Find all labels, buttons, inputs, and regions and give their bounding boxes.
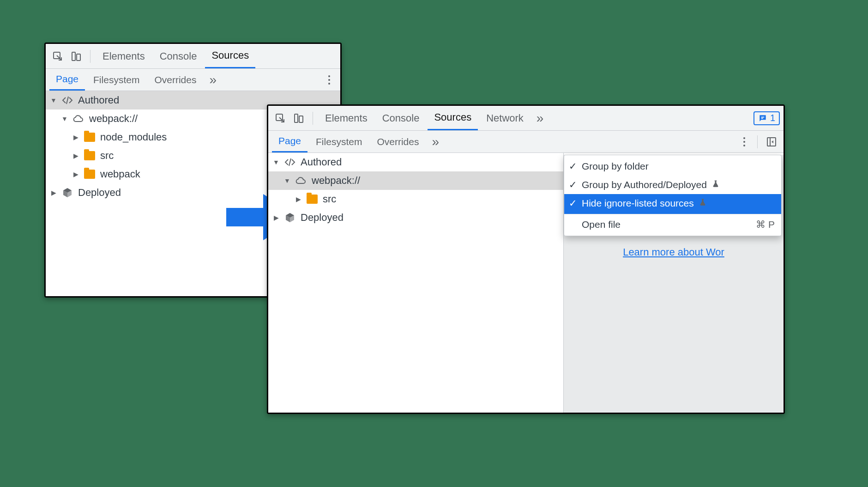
check-icon: ✓ [569, 198, 577, 209]
kebab-menu-icon[interactable] [325, 75, 334, 85]
flask-icon [699, 198, 707, 209]
menu-label: Hide ignore-listed sources [582, 198, 694, 209]
svg-rect-7 [761, 118, 763, 119]
menu-label: Group by folder [582, 161, 649, 172]
tree-webpack-scheme[interactable]: webpack:// [268, 171, 563, 190]
feedback-icon [758, 114, 767, 123]
expand-arrow-icon[interactable] [61, 115, 68, 122]
svg-rect-6 [761, 116, 765, 117]
menu-label: Group by Authored/Deployed [582, 179, 707, 190]
inspect-icon[interactable] [49, 48, 66, 65]
sources-sub-toolbar: Page Filesystem Overrides » [268, 131, 784, 153]
subtab-overrides[interactable]: Overrides [370, 131, 425, 152]
tab-console[interactable]: Console [376, 106, 426, 130]
device-toggle-icon[interactable] [290, 110, 307, 127]
tree-label: Authored [78, 94, 119, 106]
main-toolbar: Elements Console Sources [46, 44, 340, 69]
tree-label: webpack:// [89, 113, 138, 125]
check-icon: ✓ [569, 161, 577, 172]
shortcut: ⌘ P [756, 219, 775, 230]
kebab-menu-icon[interactable] [740, 137, 749, 146]
separator [757, 135, 758, 148]
cube-icon [284, 212, 296, 224]
tree-label: src [100, 150, 114, 162]
subtab-overrides[interactable]: Overrides [148, 69, 203, 91]
expand-arrow-icon[interactable] [72, 152, 79, 159]
svg-rect-5 [299, 116, 303, 122]
tree-src[interactable]: src [268, 190, 563, 208]
cloud-icon [72, 113, 84, 125]
expand-arrow-icon[interactable] [273, 214, 279, 221]
device-toggle-icon[interactable] [68, 48, 84, 65]
tree-label: Authored [301, 156, 342, 168]
subtab-page[interactable]: Page [272, 131, 307, 152]
tab-elements[interactable]: Elements [319, 106, 374, 130]
cloud-icon [295, 175, 307, 187]
check-icon: ✓ [569, 179, 577, 190]
subtab-filesystem[interactable]: Filesystem [87, 69, 146, 91]
menu-open-file[interactable]: Open file ⌘ P [564, 215, 781, 234]
tree-deployed[interactable]: Deployed [268, 208, 563, 227]
svg-rect-4 [295, 114, 298, 122]
tree-authored[interactable]: Authored [268, 153, 563, 171]
menu-hide-ignore-listed[interactable]: ✓ Hide ignore-listed sources [564, 194, 781, 214]
cube-icon [61, 187, 73, 199]
tab-sources[interactable]: Sources [428, 106, 478, 130]
expand-arrow-icon[interactable] [284, 177, 290, 184]
file-tree: Authored webpack:// src Deployed [268, 153, 564, 413]
menu-group-by-folder[interactable]: ✓ Group by folder [564, 157, 781, 176]
tree-label: Deployed [78, 187, 121, 199]
folder-icon [84, 170, 95, 179]
tree-label: node_modules [100, 131, 167, 143]
issues-count: 1 [770, 113, 775, 123]
separator [90, 50, 90, 63]
sources-sub-toolbar: Page Filesystem Overrides » [46, 69, 340, 91]
expand-arrow-icon[interactable] [72, 134, 79, 141]
code-icon [61, 94, 73, 106]
expand-arrow-icon[interactable] [50, 97, 57, 104]
main-toolbar: Elements Console Sources Network » 1 [268, 106, 784, 131]
separator [313, 112, 313, 125]
tab-network[interactable]: Network [480, 106, 530, 130]
learn-more-link[interactable]: Learn more about Wor [564, 246, 784, 258]
collapse-sidebar-icon[interactable] [763, 134, 780, 150]
expand-arrow-icon[interactable] [50, 189, 57, 196]
tab-console[interactable]: Console [153, 44, 204, 68]
tree-options-menu: ✓ Group by folder ✓ Group by Authored/De… [564, 155, 782, 236]
subtab-filesystem[interactable]: Filesystem [309, 131, 368, 152]
folder-icon [84, 133, 95, 142]
expand-arrow-icon[interactable] [72, 170, 79, 178]
subtab-page[interactable]: Page [49, 69, 85, 91]
menu-group-by-authored-deployed[interactable]: ✓ Group by Authored/Deployed [564, 176, 781, 194]
folder-icon [84, 151, 95, 160]
svg-rect-1 [72, 52, 75, 61]
tab-elements[interactable]: Elements [96, 44, 151, 68]
tree-label: webpack [100, 168, 140, 180]
issues-badge[interactable]: 1 [753, 111, 780, 125]
tree-label: src [323, 193, 336, 205]
tree-label: Deployed [301, 212, 344, 224]
tab-sources[interactable]: Sources [205, 44, 255, 68]
devtools-panel-after: Elements Console Sources Network » 1 Pag… [267, 104, 785, 414]
code-icon [284, 156, 296, 168]
more-tabs-icon[interactable]: » [532, 111, 549, 126]
flask-icon [711, 179, 720, 190]
folder-icon [307, 195, 318, 204]
more-tabs-icon[interactable]: » [205, 73, 221, 87]
expand-arrow-icon[interactable] [273, 158, 279, 166]
more-tabs-icon[interactable]: » [427, 134, 444, 149]
menu-label: Open file [582, 219, 621, 230]
tree-label: webpack:// [312, 175, 360, 187]
inspect-icon[interactable] [272, 110, 289, 127]
expand-arrow-icon[interactable] [295, 195, 301, 203]
svg-rect-2 [77, 54, 80, 61]
